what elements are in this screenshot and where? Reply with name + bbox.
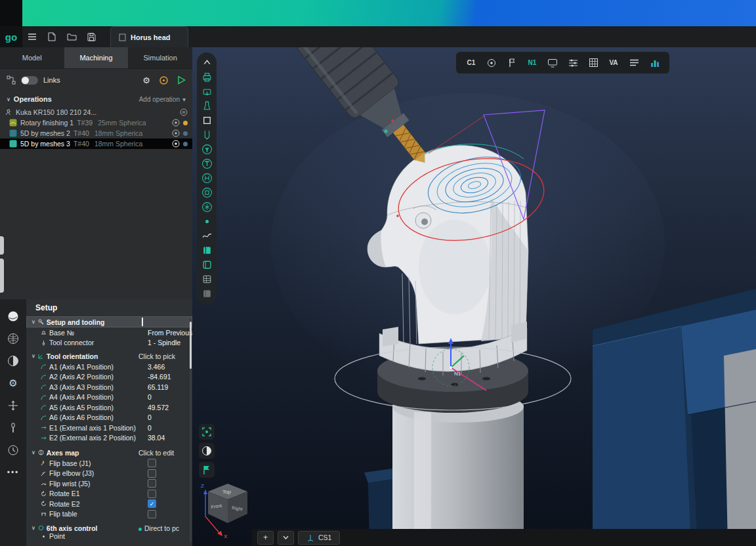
plotter-icon[interactable]	[201, 86, 213, 97]
n1-frame-button[interactable]: N1	[524, 54, 541, 71]
settings-gear-icon[interactable]: ⚙	[7, 377, 20, 390]
more-options-icon[interactable]: •••	[7, 466, 20, 479]
section-axes-map[interactable]: ∨ Axes map Click to edit	[26, 447, 192, 458]
zoom-fit-button[interactable]	[199, 424, 215, 440]
param-value[interactable]: 0	[148, 413, 192, 421]
param-row-a1[interactable]: A1 (Axis A1 Position) 3.466	[26, 362, 192, 372]
param-row-e2[interactable]: E2 (External axis 2 Position) 38.04	[26, 433, 192, 444]
main-menu-button[interactable]	[22, 28, 42, 46]
pick-target-icon[interactable]	[159, 75, 169, 85]
checkbox-flip-wrist[interactable]	[148, 479, 156, 488]
tool-icon[interactable]	[7, 421, 20, 434]
checkbox-rotate-e1[interactable]	[148, 490, 156, 498]
collapse-caret-icon[interactable]: ∨	[32, 450, 35, 455]
operation-machine-row[interactable]: Kuka KR150 180 210 24...	[0, 107, 192, 117]
filter-icon[interactable]	[201, 144, 213, 155]
tool-center-button[interactable]	[483, 54, 500, 71]
section-action[interactable]: Click to pick	[138, 352, 192, 360]
visibility-icon[interactable]	[172, 119, 180, 127]
section-tool-orientation[interactable]: ∨ Tool orientation Click to pick	[26, 350, 192, 362]
collapse-caret-icon[interactable]: ∨	[32, 525, 35, 531]
cs-dropdown-button[interactable]	[278, 531, 294, 545]
checkbox-flip-table[interactable]	[148, 510, 156, 518]
param-value[interactable]: 38.04	[148, 434, 192, 442]
operations-header[interactable]: ∨ Operations Add operation ▾	[0, 91, 192, 107]
param-value[interactable]: 0	[148, 424, 192, 432]
param-value[interactable]: 0	[148, 393, 192, 401]
setup-scrollbar-thumb[interactable]	[190, 322, 192, 369]
machine-status-icon[interactable]	[180, 108, 188, 116]
tab-model[interactable]: Model	[0, 47, 64, 68]
settings-gear-icon[interactable]: ⚙	[142, 75, 150, 85]
app-logo[interactable]: go	[0, 26, 22, 47]
history-clock-icon[interactable]	[7, 444, 20, 457]
check-row-flip-table[interactable]: Flip table	[26, 509, 192, 520]
param-value[interactable]: 49.572	[148, 404, 192, 411]
collapse-caret-icon[interactable]: ∨	[32, 353, 35, 359]
param-row-a4[interactable]: A4 (Axis A4 Position) 0	[26, 392, 192, 403]
param-value[interactable]: From Previous	[148, 329, 192, 337]
coolant-icon[interactable]	[201, 201, 213, 213]
section-value[interactable]: Direct to pc	[138, 524, 192, 532]
collapse-caret-icon[interactable]: ∨	[32, 319, 35, 325]
viewcube-top-label[interactable]: Top	[222, 489, 231, 495]
clipped-param-row[interactable]: Point	[26, 534, 192, 539]
spline-icon[interactable]	[201, 230, 213, 242]
stock-box-icon[interactable]	[201, 115, 213, 126]
section-action[interactable]: Click to edit	[138, 449, 192, 457]
check-row-flip-elbow[interactable]: Flip elbow (J3)	[26, 469, 192, 479]
param-row-a2[interactable]: A2 (Axis A2 Position) -84.691	[26, 372, 192, 383]
tab-machining[interactable]: Machining	[64, 47, 129, 68]
param-row-tool-connector[interactable]: Tool connector 1 - Spindle	[26, 338, 192, 348]
save-file-button[interactable]	[81, 28, 101, 46]
probe-flask-icon[interactable]	[201, 100, 213, 112]
param-row-a6[interactable]: A6 (Axis A6 Position) 0	[26, 413, 192, 423]
param-row-a3[interactable]: A3 (Axis A3 Position) 65.119	[26, 382, 192, 392]
run-play-icon[interactable]	[177, 75, 186, 85]
operation-row[interactable]: Rotary finishing 1 T#39 25mm Spherica	[0, 117, 192, 128]
add-operation-button[interactable]: Add operation ▾	[139, 96, 186, 103]
collapsed-panel-handle[interactable]	[0, 236, 4, 255]
add-cs-button[interactable]: +	[257, 531, 274, 545]
wireframe-view-icon[interactable]	[7, 332, 20, 345]
model-panel-icon[interactable]	[201, 245, 213, 256]
links-toggle[interactable]	[21, 76, 38, 85]
check-row-flip-wrist[interactable]: Flip wrist (J5)	[26, 478, 192, 489]
half-shade-icon[interactable]	[7, 354, 20, 368]
param-value[interactable]: 3.466	[148, 363, 192, 371]
parameters-button[interactable]	[564, 54, 581, 71]
mesh-panel-icon[interactable]	[201, 274, 213, 285]
section-setup-and-tooling[interactable]: ∨ Setup and tooling	[26, 316, 192, 327]
open-file-button[interactable]	[62, 28, 81, 46]
point-icon[interactable]	[201, 216, 213, 227]
display-button[interactable]	[544, 54, 561, 71]
param-value[interactable]: 1 - Spindle	[148, 339, 192, 346]
va-analysis-button[interactable]: VA	[605, 54, 622, 71]
c1-rotary-button[interactable]: C1	[463, 54, 480, 71]
checkbox-flip-elbow[interactable]	[148, 469, 156, 478]
new-file-button[interactable]	[42, 28, 62, 46]
output-list-button[interactable]	[625, 54, 642, 71]
collapse-caret-icon[interactable]: ∨	[7, 96, 10, 102]
statistics-button[interactable]	[646, 54, 663, 71]
check-row-rotate-e1[interactable]: Rotate E1	[26, 489, 192, 499]
param-value[interactable]: 65.119	[148, 383, 192, 391]
link-nodes-icon[interactable]	[7, 75, 16, 85]
workpiece-panel-icon[interactable]	[201, 259, 213, 270]
move-axes-icon[interactable]	[7, 399, 20, 412]
view-cube[interactable]: Top Front Right Z X	[199, 478, 254, 539]
check-row-rotate-e2[interactable]: Rotate E2	[26, 499, 192, 509]
param-row-base[interactable]: Base № From Previous	[26, 327, 192, 338]
param-value[interactable]: -84.691	[148, 373, 192, 381]
holder-icon[interactable]	[201, 173, 213, 184]
operation-row[interactable]: 5D by meshes 2 T#40 18mm Spherica	[0, 128, 192, 138]
check-row-flip-base[interactable]: Flip base (J1)	[26, 458, 192, 469]
tab-simulation[interactable]: Simulation	[128, 47, 192, 68]
shaded-view-icon[interactable]	[7, 310, 20, 323]
shading-toggle-button[interactable]	[199, 443, 215, 459]
checkbox-flip-base[interactable]	[148, 459, 156, 467]
printer-icon[interactable]	[201, 72, 213, 83]
layers-panel-icon[interactable]	[201, 288, 213, 299]
tap-tool-icon[interactable]	[201, 158, 213, 169]
table-grid-button[interactable]	[585, 54, 602, 71]
